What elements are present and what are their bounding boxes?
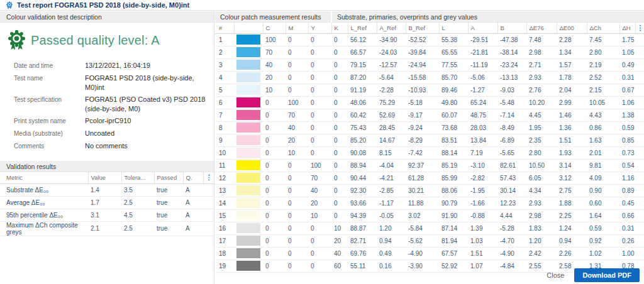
field-label: Comments [14,141,85,151]
cell-y: 0 [308,134,331,146]
measurement-row: 110000056.12-34.90-52.5255.38-29.51-47.3… [215,33,644,46]
cell-m: 20 [286,134,308,146]
cell-a_ref: -2.28 [377,84,406,96]
cell-k: 0 [331,58,348,71]
passed-cell: true [154,221,183,236]
window-title: Test report FOGRA51 PSD 2018 (side-by-si… [17,1,189,9]
cell-b: -23.24 [497,58,526,71]
cell-l_ref: 88.94 [348,159,377,172]
cell-de76: 2.76 [526,84,557,96]
cell-a: 65.24 [468,96,497,109]
cell-m: 0 [286,184,308,197]
cell-dh: 1.05 [619,46,635,58]
cell-dch: 0.92 [587,234,619,247]
metric-cell: Average ΔE₀₀ [0,196,88,209]
cell-dch: 1.63 [587,134,619,146]
cell-c: 0 [263,259,286,272]
cell-b: -5.65 [497,146,526,159]
colour-patch-swatch [234,46,263,58]
col-a: A [468,23,497,33]
kebab-menu-icon[interactable]: ⋮ [637,24,644,31]
cell-de76: 2.80 [526,146,557,159]
cell-k: 0 [331,46,348,58]
cell-de76: 4.45 [526,109,557,121]
cell-a: 1.51 [468,247,497,259]
pass-banner: Passed quality level: A [8,30,214,51]
cell-dh: 0.85 [619,134,635,146]
cell-l_ref: 94.39 [348,209,377,222]
close-button[interactable]: Close [547,271,564,279]
cell-a: -11.19 [468,58,497,71]
cell-k: 10 [331,222,348,234]
cell-dch: 7.45 [587,33,619,46]
col-b-ref: B_Ref [406,23,439,33]
cell-l: 67.57 [439,247,468,259]
cell-k: 0 [331,96,348,109]
cell-l: 55.38 [439,33,468,46]
cell-n: 17 [215,234,234,247]
cell-m: 10 [286,146,308,159]
cell-de76: 6.05 [526,172,557,184]
cell-l: 88.06 [439,184,468,197]
cell-c: 100 [263,33,286,46]
cell-dh: 1.06 [619,96,635,109]
cell-de76: 2.93 [526,197,557,209]
test-description-list: Date and time 13/12/2021, 16:04:19 Test … [0,60,214,153]
col-b: B [497,23,526,33]
cell-k: 0 [331,184,348,197]
col-metric: Metric [0,172,88,183]
cell-b_ref: -10.93 [406,84,439,96]
cell-b: -8.49 [497,121,526,134]
cell-b_ref: 3.02 [406,209,439,222]
cell-k: 0 [331,109,348,121]
cell-n: 7 [215,109,234,121]
measurement-row: 27000066.57-24.03-39.8465.55-21.81-38.14… [215,46,644,58]
cell-k: 40 [331,247,348,259]
cell-l: 65.55 [439,46,468,58]
cell-a_ref: 8.15 [377,146,406,159]
validation-results-table: Metric Value Tolera... Passed Q. ⋮ Subst… [0,172,214,236]
description-row-date: Date and time 13/12/2021, 16:04:19 [0,60,214,72]
cell-b_ref: -8.29 [406,134,439,146]
cell-a_ref: 0.94 [377,234,406,247]
cell-m: 100 [286,96,308,109]
cell-y: 0 [308,58,331,71]
footer-actions: Close Download PDF [547,268,640,282]
group-header-measurement: Colour patch measurement results [215,11,331,23]
tolerance-cell: 2.5 [121,221,154,236]
cell-m: 0 [286,58,308,71]
col-number: # [215,23,234,33]
cell-k: 0 [331,172,348,184]
metric-cell: Maximum ΔCh composite greys [0,221,88,236]
cell-de76: 10.50 [526,159,557,172]
cell-b_ref: 11.88 [406,197,439,209]
cell-dh: 0.89 [619,184,635,197]
col-m: M [286,23,308,33]
value-cell: 2.1 [88,221,121,236]
cell-de76: 2.71 [526,58,557,71]
field-value: Pcolor-iprC910 [85,116,209,126]
cell-dch: 10.05 [587,96,619,109]
colour-patch-swatch [234,96,263,109]
validation-row: Substrate ΔE₀₀ 1.4 3.5 true A [0,183,214,196]
cell-m: 0 [286,209,308,222]
cell-l: 90.79 [439,197,468,209]
validation-row: Average ΔE₀₀ 1.7 2.5 true A [0,196,214,209]
cell-dch: 0.60 [587,197,619,209]
validation-header-row: Metric Value Tolera... Passed Q. ⋮ [0,172,214,183]
field-label: Test specification [14,95,85,114]
cell-de76: 2.35 [526,134,557,146]
cell-a: 7.19 [468,146,497,159]
field-label: Print system name [14,116,85,126]
cell-de76: 7.48 [526,33,557,46]
download-pdf-button[interactable]: Download PDF [574,268,640,282]
cell-n: 11 [215,159,234,172]
description-row-comments: Comments No comments [0,140,214,153]
cell-a: -2.82 [468,172,497,184]
cell-y: 70 [308,172,331,184]
colour-patch-swatch [234,197,263,209]
cell-c: 40 [263,58,286,71]
kebab-menu-icon[interactable]: ⋮ [206,173,213,181]
cell-l: 52.92 [439,259,468,272]
cell-c: 0 [263,134,286,146]
